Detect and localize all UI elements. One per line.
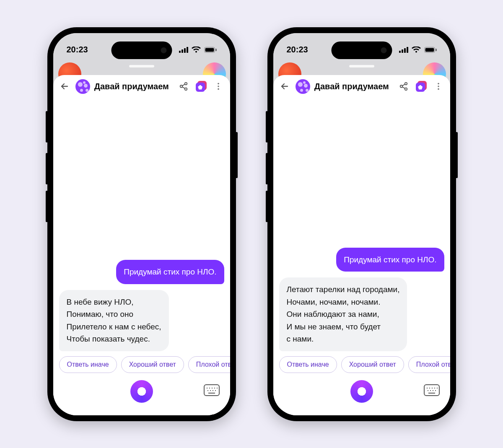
phone-mockup-left: 20:23 Давай придумаем xyxy=(47,27,236,421)
svg-point-11 xyxy=(218,85,219,87)
battery-icon xyxy=(204,47,217,53)
svg-rect-26 xyxy=(404,48,406,53)
more-vertical-icon xyxy=(214,82,223,91)
tabs-icon xyxy=(196,81,207,92)
svg-rect-6 xyxy=(215,49,217,51)
svg-rect-5 xyxy=(205,48,214,52)
sheet-header: Давай придумаем xyxy=(53,75,230,98)
feedback-chips: Ответь иначе Хороший ответ Плохой ответ xyxy=(273,355,450,375)
arrow-left-icon xyxy=(60,81,70,91)
dynamic-island xyxy=(111,41,172,59)
tabs-button[interactable] xyxy=(194,78,207,94)
back-button[interactable] xyxy=(278,78,291,94)
skill-title: Давай придумаем xyxy=(314,82,389,91)
svg-rect-24 xyxy=(399,51,401,53)
chip-good-answer[interactable]: Хороший ответ xyxy=(121,356,184,373)
screen: 20:23 Давай придумаем xyxy=(273,33,450,415)
wifi-icon xyxy=(412,47,421,53)
svg-rect-0 xyxy=(179,51,181,53)
more-vertical-icon xyxy=(434,82,443,91)
svg-rect-25 xyxy=(402,49,403,53)
battery-icon xyxy=(424,47,437,53)
status-time: 20:23 xyxy=(67,45,88,54)
user-message: Придумай стих про НЛО. xyxy=(336,248,444,272)
skill-avatar xyxy=(75,79,90,94)
phone-mockup-right: 20:23 Давай придумаем xyxy=(267,27,456,421)
tabs-button[interactable] xyxy=(415,78,428,94)
dynamic-island xyxy=(331,41,392,59)
sheet-handle[interactable] xyxy=(349,65,374,67)
svg-rect-3 xyxy=(187,47,188,53)
voice-button[interactable] xyxy=(350,380,373,403)
keyboard-icon xyxy=(203,384,220,396)
svg-point-35 xyxy=(438,85,439,87)
assistant-message: Летают тарелки над городами, Ночами, ноч… xyxy=(279,277,407,351)
chip-good-answer[interactable]: Хороший ответ xyxy=(341,356,404,373)
chip-answer-differently[interactable]: Ответь иначе xyxy=(59,356,117,373)
feedback-chips: Ответь иначе Хороший ответ Плохой ответ xyxy=(53,355,230,375)
svg-rect-29 xyxy=(425,48,434,52)
user-message: Придумай стих про НЛО. xyxy=(116,260,224,284)
chat-area[interactable]: Придумай стих про НЛО. В небе вижу НЛО, … xyxy=(53,98,230,355)
svg-rect-30 xyxy=(436,49,437,51)
svg-rect-27 xyxy=(407,47,408,53)
sheet-header: Давай придумаем xyxy=(273,75,450,98)
status-time: 20:23 xyxy=(287,45,308,54)
voice-button[interactable] xyxy=(130,380,153,403)
chip-answer-differently[interactable]: Ответь иначе xyxy=(279,356,337,373)
keyboard-button[interactable] xyxy=(423,384,441,398)
chip-bad-answer[interactable]: Плохой ответ xyxy=(188,356,230,373)
svg-point-36 xyxy=(438,88,439,90)
chat-area[interactable]: Придумай стих про НЛО. Летают тарелки на… xyxy=(273,98,450,355)
background-peek xyxy=(273,62,450,75)
sheet: Давай придумаем Придумай стих про НЛО. Л… xyxy=(273,75,450,415)
back-button[interactable] xyxy=(58,78,71,94)
svg-point-12 xyxy=(218,88,219,90)
svg-point-34 xyxy=(438,83,439,85)
cellular-icon xyxy=(399,47,408,53)
svg-rect-1 xyxy=(181,49,183,53)
arrow-left-icon xyxy=(280,81,290,91)
cellular-icon xyxy=(179,47,188,53)
screen: 20:23 Давай придумаем xyxy=(53,33,230,415)
background-peek xyxy=(53,62,230,75)
input-bar xyxy=(273,375,450,415)
svg-rect-2 xyxy=(184,48,186,53)
svg-point-10 xyxy=(218,83,219,85)
sheet: Давай придумаем Придумай стих про НЛО. В… xyxy=(53,75,230,415)
assistant-message: В небе вижу НЛО, Понимаю, что оно Прилет… xyxy=(59,290,169,351)
keyboard-button[interactable] xyxy=(202,384,221,398)
share-icon xyxy=(179,82,188,91)
keyboard-icon xyxy=(423,384,440,396)
wifi-icon xyxy=(192,47,201,53)
share-icon xyxy=(399,82,408,91)
chip-bad-answer[interactable]: Плохой ответ xyxy=(408,356,450,373)
input-bar xyxy=(53,375,230,415)
share-button[interactable] xyxy=(177,78,190,94)
tabs-icon xyxy=(416,81,427,92)
share-button[interactable] xyxy=(397,78,410,94)
skill-avatar xyxy=(296,79,310,94)
svg-rect-37 xyxy=(424,385,439,396)
more-button[interactable] xyxy=(432,78,445,94)
sheet-handle[interactable] xyxy=(129,65,154,67)
more-button[interactable] xyxy=(212,78,225,94)
skill-title: Давай придумаем xyxy=(94,82,169,91)
svg-rect-13 xyxy=(204,385,219,396)
